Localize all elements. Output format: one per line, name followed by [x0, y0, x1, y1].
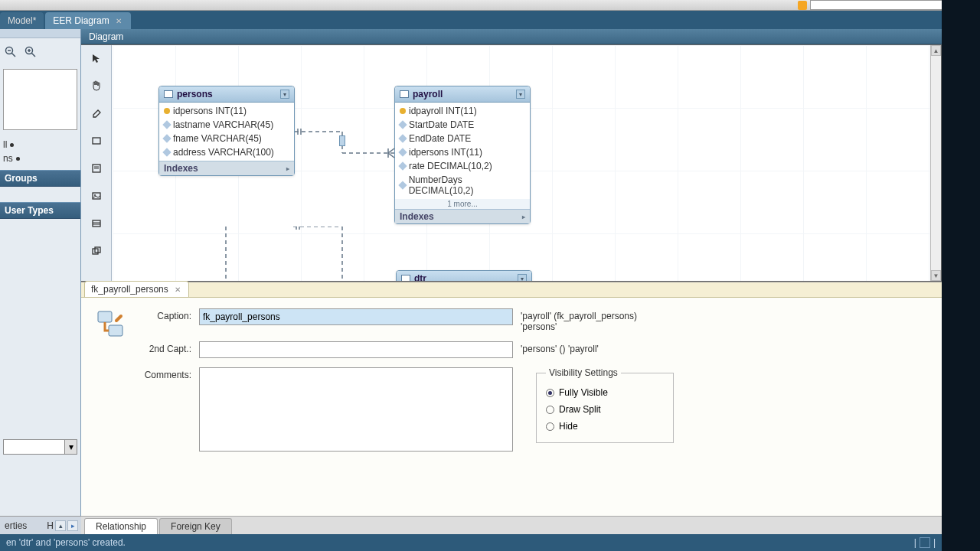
- entity-payroll[interactable]: payroll ▾ idpayroll INT(11)StartDate DAT…: [394, 86, 531, 224]
- entity-header[interactable]: persons ▾: [159, 86, 294, 103]
- entity-header[interactable]: dtr ▾: [397, 271, 531, 281]
- primary-key-icon: [400, 108, 406, 114]
- zoom-out-icon[interactable]: [3, 44, 18, 60]
- zoom-in-icon[interactable]: [23, 44, 38, 60]
- indexes-header[interactable]: Indexes ▸: [395, 209, 530, 223]
- scroll-up-icon[interactable]: ▲: [931, 45, 941, 56]
- search-toolbar-icon[interactable]: [798, 1, 807, 10]
- column-row[interactable]: NumberDays DECIMAL(10,2): [398, 173, 527, 197]
- svg-line-4: [31, 53, 35, 57]
- svg-rect-29: [109, 325, 122, 336]
- radio-icon[interactable]: [546, 422, 554, 431]
- sidebar-combobox[interactable]: ▾: [3, 439, 77, 455]
- column-row[interactable]: StartDate DATE: [398, 118, 527, 132]
- entity-columns: idpersons INT(11)lastname VARCHAR(45)fna…: [159, 103, 294, 161]
- column-icon: [398, 181, 407, 189]
- tab-eer-diagram[interactable]: EER Diagram ✕: [45, 12, 130, 29]
- properties-body: Caption: 'payroll' (fk_payroll_persons) …: [81, 298, 942, 516]
- arrow-up-icon[interactable]: ▴: [55, 520, 66, 531]
- radio-icon[interactable]: [546, 389, 554, 397]
- left-panel: ll ns Groups User Types ▾: [0, 29, 81, 534]
- column-text: StartDate DATE: [409, 119, 474, 130]
- indexes-label: Indexes: [164, 163, 198, 174]
- comments-input[interactable]: [199, 367, 513, 452]
- entity-partial[interactable]: dtr ▾: [396, 270, 532, 281]
- panel-titlebar: [0, 29, 80, 38]
- toolbar-search-input[interactable]: [810, 0, 963, 10]
- arrow-right-icon[interactable]: ▸: [67, 520, 78, 531]
- column-row[interactable]: idpersons INT(11): [162, 104, 291, 118]
- section-header-usertypes[interactable]: User Types: [0, 202, 80, 219]
- tab-foreign-key[interactable]: Foreign Key: [159, 518, 232, 534]
- table-icon: [401, 275, 410, 281]
- combobox-value: [4, 440, 64, 454]
- status-box-icon[interactable]: [920, 537, 930, 548]
- chevron-down-icon[interactable]: ▾: [518, 274, 527, 281]
- relationship-line-2[interactable]: [220, 227, 350, 281]
- visibility-option[interactable]: Hide: [546, 418, 664, 435]
- tab-label: Model*: [8, 15, 36, 26]
- pointer-tool-icon[interactable]: [88, 50, 105, 67]
- visibility-option[interactable]: Fully Visible: [546, 384, 664, 401]
- svg-rect-28: [98, 311, 112, 322]
- column-icon: [398, 120, 407, 129]
- catalog-tree[interactable]: ll ns: [0, 133, 80, 170]
- tab-model[interactable]: Model*: [0, 12, 44, 29]
- note-tool-icon[interactable]: [88, 160, 105, 177]
- column-row[interactable]: idpayroll INT(11): [398, 104, 527, 118]
- visibility-settings: Visibility Settings Fully VisibleDraw Sp…: [536, 367, 674, 443]
- erase-tool-icon[interactable]: [88, 105, 105, 122]
- column-row[interactable]: EndDate DATE: [398, 132, 527, 145]
- leftbottom-label: erties: [3, 520, 27, 531]
- hand-tool-icon[interactable]: [88, 77, 105, 94]
- section-header-groups[interactable]: Groups: [0, 170, 80, 187]
- vertical-scrollbar[interactable]: ▲ ▼: [930, 45, 941, 281]
- second-caption-input[interactable]: [199, 341, 513, 358]
- visibility-option[interactable]: Draw Split: [546, 401, 664, 418]
- entity-name: payroll: [413, 89, 512, 99]
- indexes-header[interactable]: Indexes ▸: [159, 161, 294, 175]
- scroll-track[interactable]: [931, 56, 941, 270]
- tab-relationship[interactable]: Relationship: [84, 518, 158, 534]
- properties-tab-label: fk_payroll_persons: [91, 284, 168, 295]
- right-dead-area: [942, 0, 980, 551]
- left-bottom-bar: erties H ▴ ▸: [0, 516, 81, 534]
- chevron-down-icon[interactable]: ▾: [64, 440, 77, 454]
- chevron-down-icon[interactable]: ▾: [516, 90, 525, 99]
- diagram-canvas[interactable]: persons ▾ idpersons INT(11)lastname VARC…: [113, 45, 930, 281]
- radio-icon[interactable]: [546, 406, 554, 414]
- diagram-title: Diagram: [89, 31, 123, 42]
- column-row[interactable]: lastname VARCHAR(45): [162, 118, 291, 132]
- layer-tool-icon[interactable]: [88, 132, 105, 149]
- relationship-handle[interactable]: [339, 135, 345, 146]
- column-row[interactable]: address VARCHAR(100): [162, 145, 291, 159]
- properties-tab[interactable]: fk_payroll_persons ✕: [84, 281, 189, 297]
- bullet-icon: [16, 157, 20, 161]
- table-tool-icon[interactable]: [88, 215, 105, 232]
- column-row[interactable]: idpersons INT(11): [398, 145, 527, 159]
- column-text: idpersons INT(11): [173, 106, 247, 116]
- caption-label: Caption:: [138, 308, 191, 332]
- more-columns-label[interactable]: 1 more...: [395, 199, 530, 209]
- column-row[interactable]: rate DECIMAL(10,2): [398, 159, 527, 173]
- entity-persons[interactable]: persons ▾ idpersons INT(11)lastname VARC…: [158, 86, 295, 176]
- relationship-line[interactable]: [295, 126, 398, 161]
- properties-panel: fk_payroll_persons ✕ Caption: 'payr: [81, 282, 942, 534]
- scroll-down-icon[interactable]: ▼: [931, 270, 941, 281]
- image-tool-icon[interactable]: [88, 187, 105, 204]
- entity-header[interactable]: payroll ▾: [395, 86, 530, 103]
- close-icon[interactable]: ✕: [114, 16, 123, 25]
- chevron-down-icon[interactable]: ▾: [280, 90, 289, 99]
- column-row[interactable]: fname VARCHAR(45): [162, 132, 291, 145]
- second-caption-preview: 'persons' () 'payroll': [521, 341, 674, 358]
- caption-input[interactable]: [199, 308, 513, 325]
- column-icon: [398, 161, 407, 170]
- diagram-header: Diagram: [81, 29, 942, 44]
- minimap-preview[interactable]: [3, 69, 77, 130]
- column-icon: [162, 148, 171, 156]
- main-area: ll ns Groups User Types ▾ Diagram: [0, 29, 942, 534]
- view-tool-icon[interactable]: [88, 243, 105, 259]
- tab-label: EER Diagram: [53, 15, 109, 26]
- leftbottom-h: H: [47, 520, 54, 531]
- close-icon[interactable]: ✕: [173, 285, 182, 294]
